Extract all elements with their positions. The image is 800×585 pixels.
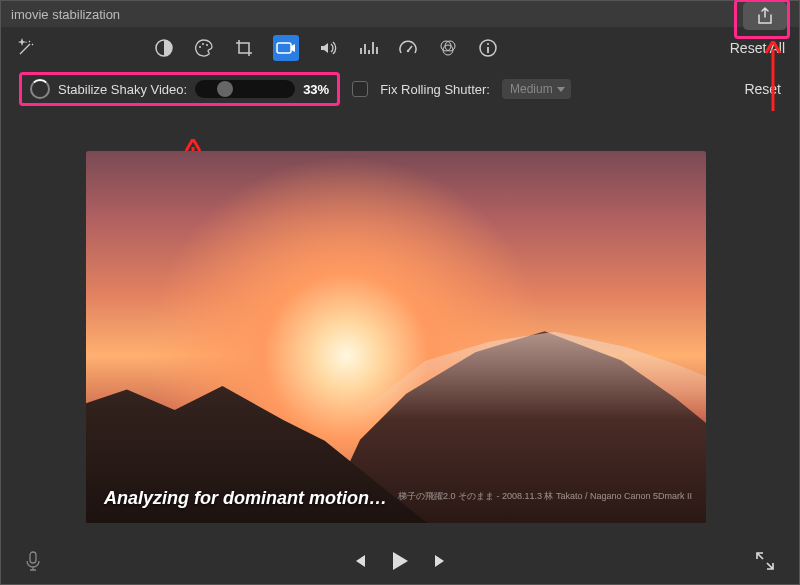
stabilization-tab-icon[interactable] [273,35,299,61]
share-button[interactable] [743,2,787,30]
volume-icon[interactable] [317,37,339,59]
stabilize-label: Stabilize Shaky Video: [58,82,187,97]
svg-point-3 [206,44,208,46]
rolling-shutter-label: Fix Rolling Shutter: [380,82,490,97]
contrast-icon[interactable] [153,37,175,59]
svg-point-2 [202,43,204,45]
transport-controls [350,550,450,572]
equalizer-icon[interactable] [357,37,379,59]
filters-icon[interactable] [437,37,459,59]
stabilization-settings: Stabilize Shaky Video: 33% Fix Rolling S… [1,69,799,109]
window-title: imovie stabilization [11,7,120,22]
svg-point-10 [487,43,489,45]
app-window: imovie stabilization Reset All Stabilize… [0,0,800,585]
bottom-bar [1,538,799,584]
magic-wand-icon[interactable] [15,37,37,59]
stabilize-slider[interactable] [195,80,295,98]
info-icon[interactable] [477,37,499,59]
svg-point-8 [443,45,453,55]
play-button[interactable] [390,550,410,572]
loading-spinner-icon [30,79,50,99]
titlebar: imovie stabilization [1,1,799,27]
palette-icon[interactable] [193,37,215,59]
slider-thumb[interactable] [217,81,233,97]
rolling-shutter-checkbox[interactable] [352,81,368,97]
svg-rect-4 [277,43,291,53]
reset-button[interactable]: Reset [744,81,781,97]
reset-all-button[interactable]: Reset All [730,40,785,56]
speedometer-icon[interactable] [397,37,419,59]
microphone-icon[interactable] [25,551,41,571]
svg-point-5 [407,50,409,52]
prev-button[interactable] [350,552,368,570]
rolling-shutter-value: Medium [510,82,553,96]
fullscreen-button[interactable] [755,551,775,571]
stabilize-group: Stabilize Shaky Video: 33% [19,72,340,106]
preview-metadata: 梯子の飛躍2.0 そのまま - 2008.11.3 林 Takato / Nag… [398,490,692,503]
analysis-status: Analyzing for dominant motion… [104,488,387,509]
rolling-shutter-select[interactable]: Medium [502,79,571,99]
crop-icon[interactable] [233,37,255,59]
stabilize-value: 33% [303,82,329,97]
inspector-toolbar: Reset All [1,27,799,69]
next-button[interactable] [432,552,450,570]
svg-rect-11 [30,552,36,563]
share-icon [756,7,774,25]
video-preview[interactable]: Analyzing for dominant motion… 梯子の飛躍2.0 … [86,151,706,523]
svg-point-1 [199,46,201,48]
